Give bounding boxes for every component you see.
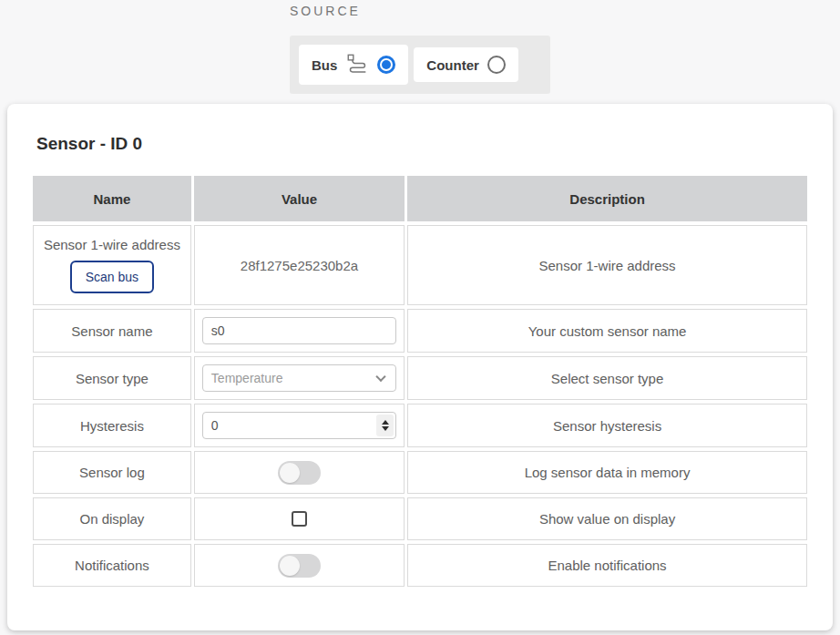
counter-option-label: Counter [426, 57, 479, 73]
table-row: Sensor log Log sensor data in memory [33, 451, 807, 494]
on-display-checkbox[interactable] [292, 511, 307, 527]
row-label: Notifications [33, 544, 191, 587]
row-description: Sensor 1-wire address [407, 225, 807, 305]
bus-radio-button[interactable] [377, 56, 395, 74]
one-wire-address-value: 28f1275e25230b2a [241, 258, 358, 273]
row-label: Sensor 1-wire address [41, 237, 183, 252]
hysteresis-input[interactable] [202, 412, 396, 439]
row-description: Log sensor data in memory [407, 451, 807, 494]
source-option-counter[interactable]: Counter [414, 47, 518, 82]
row-label: Sensor name [33, 309, 191, 353]
row-description: Enable notifications [407, 544, 807, 587]
page-title: Sensor - ID 0 [36, 134, 810, 154]
row-description: Show value on display [407, 497, 807, 540]
chevron-down-icon [375, 372, 385, 382]
table-header-row: Name Value Description [33, 176, 807, 221]
table-row: On display Show value on display [33, 497, 807, 540]
column-header-name: Name [33, 176, 191, 221]
sensor-settings-table: Name Value Description Sensor 1-wire add… [30, 172, 810, 590]
notifications-toggle[interactable] [278, 554, 321, 578]
table-row: Notifications Enable notifications [33, 544, 807, 587]
row-label: Sensor type [33, 356, 191, 400]
stepper-up-icon[interactable] [382, 420, 389, 425]
one-wire-bus-icon [345, 53, 369, 77]
number-stepper[interactable] [376, 415, 394, 436]
row-description: Your custom sensor name [407, 309, 807, 353]
table-row: Sensor 1-wire address Scan bus 28f1275e2… [33, 225, 807, 305]
row-label: On display [33, 497, 191, 540]
table-row: Sensor name Your custom sensor name [33, 309, 807, 353]
sensor-card: Sensor - ID 0 Name Value Description Sen… [7, 104, 833, 630]
row-description: Sensor hysteresis [407, 404, 807, 447]
row-description: Select sensor type [407, 356, 807, 400]
row-label: Hysteresis [33, 404, 191, 447]
source-section: SOURCE Bus Counter [290, 0, 550, 94]
source-option-bus[interactable]: Bus [299, 45, 408, 85]
table-row: Sensor type Temperature Select sensor ty… [33, 356, 807, 400]
sensor-type-select[interactable]: Temperature [202, 364, 396, 392]
sensor-log-toggle[interactable] [278, 461, 321, 485]
table-row: Hysteresis Sensor hysteresis [33, 404, 807, 447]
row-label: Sensor log [33, 451, 191, 494]
column-header-value: Value [194, 176, 405, 221]
source-section-title: SOURCE [290, 4, 550, 18]
sensor-name-input[interactable] [202, 317, 396, 344]
counter-radio-button[interactable] [487, 56, 506, 74]
stepper-down-icon[interactable] [382, 426, 389, 431]
source-option-group: Bus Counter [290, 36, 550, 94]
sensor-type-selected-value: Temperature [211, 371, 283, 385]
scan-bus-button[interactable]: Scan bus [70, 261, 154, 293]
bus-option-label: Bus [312, 57, 337, 73]
column-header-description: Description [407, 176, 807, 221]
